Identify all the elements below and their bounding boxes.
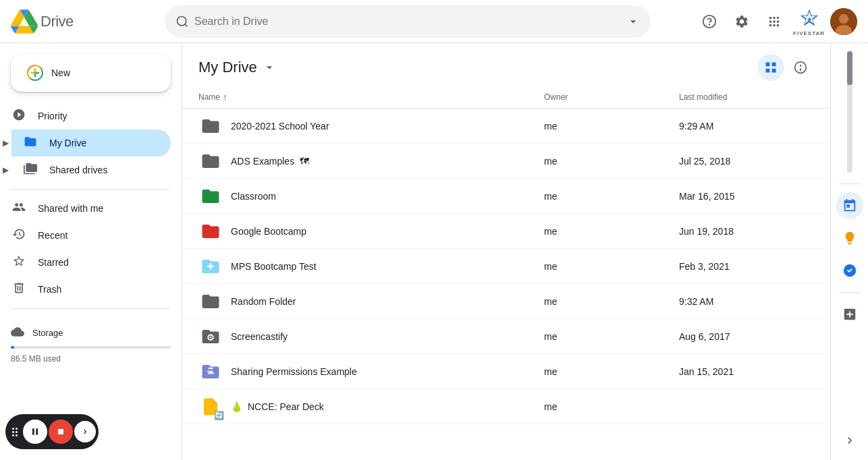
file-list: 2020-2021 School Year me 9:29 AM ADS Exa… [182, 109, 830, 460]
app-title: Drive [40, 13, 74, 30]
folder-icon [198, 360, 223, 384]
sidebar-item-my-drive-row: ▶ My Drive [0, 130, 182, 156]
search-input[interactable] [194, 16, 621, 28]
storage-bar-fill [11, 346, 14, 349]
file-owner: me [544, 366, 679, 377]
priority-icon [11, 108, 27, 125]
sidebar-item-shared-with-me[interactable]: Shared with me [0, 195, 171, 222]
folder-icon [198, 289, 223, 314]
scrollbar-thumb[interactable] [847, 51, 852, 85]
right-panel-add-button[interactable] [836, 301, 863, 328]
main-header: My Drive [182, 43, 830, 86]
sidebar-item-my-drive[interactable]: My Drive [11, 130, 171, 156]
help-button[interactable] [696, 8, 723, 35]
file-name: 2020-2021 School Year [231, 121, 544, 132]
fivestar-text: FIVESTAR [793, 30, 825, 36]
shared-drives-expand-arrow[interactable]: ▶ [0, 165, 11, 175]
file-name: Classroom [231, 191, 544, 202]
column-name[interactable]: Name ↑ [198, 92, 544, 103]
my-drive-expand-arrow[interactable]: ▶ [0, 138, 11, 148]
logo-area: Drive [11, 8, 159, 35]
search-dropdown-icon[interactable] [626, 15, 640, 28]
right-panel-collapse-button[interactable] [843, 434, 857, 455]
toolbar-stop-button[interactable] [49, 420, 73, 444]
storage-used-text: 86.5 MB used [11, 354, 171, 364]
sidebar-item-my-drive-label: My Drive [49, 138, 86, 148]
toolbar-dots [8, 428, 22, 436]
file-modified: 9:32 AM [679, 296, 814, 307]
sidebar-item-recent[interactable]: Recent [0, 222, 171, 249]
view-controls [757, 54, 814, 81]
folder-icon [198, 114, 223, 138]
column-modified: Last modified [679, 92, 814, 102]
sidebar-item-trash[interactable]: Trash [0, 276, 171, 303]
table-row[interactable]: Sharing Permissions Example me Jan 15, 2… [182, 354, 830, 389]
file-icon: 🔄 [198, 395, 223, 419]
new-plus-icon [27, 65, 43, 81]
file-name: Random Folder [231, 296, 544, 307]
svg-point-10 [795, 62, 807, 74]
header: Drive [0, 0, 868, 43]
file-name: Sharing Permissions Example [231, 366, 544, 377]
settings-button[interactable] [728, 8, 755, 35]
main-content: My Drive [182, 43, 830, 460]
table-row[interactable]: 🔄 🍐 NCCE: Pear Deck me [182, 389, 830, 424]
sidebar-item-priority[interactable]: Priority [0, 103, 171, 130]
table-row[interactable]: MPS Bootcamp Test me Feb 3, 2021 [182, 249, 830, 284]
file-modified: Feb 3, 2021 [679, 261, 814, 272]
drive-logo-icon [11, 8, 38, 35]
sidebar-item-priority-label: Priority [38, 111, 67, 121]
table-row[interactable]: 2020-2021 School Year me 9:29 AM [182, 109, 830, 144]
file-list-header: Name ↑ Owner Last modified [182, 86, 830, 109]
folder-icon [198, 254, 223, 279]
table-row[interactable]: Random Folder me 9:32 AM [182, 284, 830, 319]
scrollbar-track[interactable] [847, 51, 852, 173]
sidebar-divider-2 [11, 308, 171, 309]
right-panel-notes-button[interactable] [836, 225, 863, 252]
file-name: ADS Examples 🗺 [231, 156, 544, 167]
right-panel-tasks-button[interactable] [836, 257, 863, 284]
sidebar-item-trash-label: Trash [38, 284, 61, 295]
sidebar-item-starred-label: Starred [38, 257, 69, 268]
table-row[interactable]: ADS Examples 🗺 me Jul 25, 2018 [182, 144, 830, 179]
file-modified: 9:29 AM [679, 121, 814, 132]
right-panel-divider-2 [839, 292, 861, 293]
table-row[interactable]: Google Bootcamp me Jun 19, 2018 [182, 214, 830, 249]
sidebar-item-shared-with-me-label: Shared with me [38, 203, 103, 214]
folder-icon [198, 184, 223, 208]
new-button[interactable]: New [11, 54, 171, 92]
search-bar[interactable] [165, 5, 651, 38]
right-panel-divider [839, 183, 861, 184]
apps-button[interactable] [761, 8, 788, 35]
toolbar-pause-button[interactable] [23, 420, 47, 444]
sidebar: New Priority ▶ My Drive [0, 43, 182, 460]
shared-with-me-icon [11, 200, 27, 217]
sidebar-item-recent-label: Recent [38, 230, 67, 241]
column-owner: Owner [544, 92, 679, 102]
fivestar-logo[interactable]: ★ FIVESTAR [793, 6, 825, 36]
shared-drives-icon [22, 162, 38, 179]
search-icon [175, 15, 189, 28]
file-name: MPS Bootcamp Test [231, 261, 544, 272]
drive-title-dropdown-icon[interactable] [263, 61, 276, 74]
file-owner: me [544, 331, 679, 342]
toolbar-expand-button[interactable] [74, 421, 96, 442]
file-name: 🍐 NCCE: Pear Deck [231, 401, 544, 412]
folder-icon [198, 219, 223, 243]
file-owner: me [544, 156, 679, 167]
file-name: Screencastify [231, 331, 544, 342]
header-right: ★ FIVESTAR [696, 6, 857, 36]
user-avatar[interactable] [830, 8, 857, 35]
folder-icon [198, 324, 223, 349]
svg-point-7 [839, 14, 848, 24]
sidebar-item-starred[interactable]: Starred [0, 249, 171, 276]
file-modified: Jun 19, 2018 [679, 226, 814, 237]
table-row[interactable]: Classroom me Mar 16, 2015 [182, 179, 830, 214]
info-button[interactable] [787, 54, 814, 81]
table-row[interactable]: Screencastify me Aug 6, 2017 [182, 319, 830, 354]
sidebar-item-shared-drives[interactable]: Shared drives [11, 156, 171, 183]
fivestar-icon: ★ [797, 6, 821, 30]
grid-view-button[interactable] [757, 54, 784, 81]
file-owner: me [544, 121, 679, 132]
right-panel-calendar-button[interactable] [836, 192, 863, 219]
